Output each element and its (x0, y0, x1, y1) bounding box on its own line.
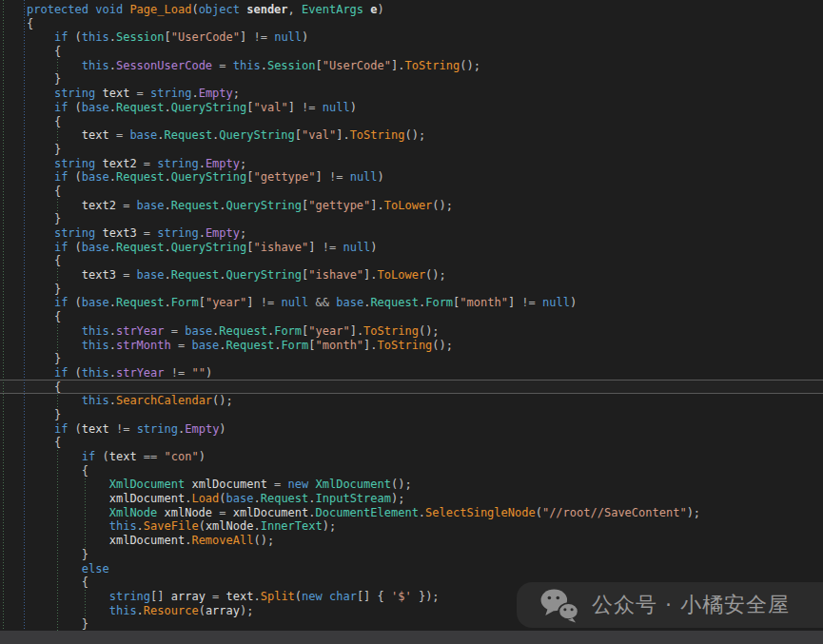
code-line[interactable]: if (this.Session["UserCode"] != null) (0, 30, 823, 45)
code-token: ToLower (384, 199, 433, 212)
code-line[interactable]: xmlDocument.Load(base.Request.InputStrea… (0, 492, 823, 506)
code-token: Split (261, 590, 295, 603)
code-token: ); (240, 604, 253, 617)
code-line[interactable]: } (0, 548, 823, 562)
code-line[interactable]: { (0, 185, 823, 199)
code-line[interactable]: { (0, 45, 823, 59)
code-token: ToLower (378, 268, 426, 282)
code-line[interactable]: if (text == "con") (0, 450, 823, 464)
code-token: [ (308, 339, 315, 352)
code-token: . (109, 296, 116, 309)
code-line[interactable]: string text2 = string.Empty; (0, 157, 823, 171)
code-token: { (54, 254, 61, 267)
code-token: ( (295, 590, 302, 603)
code-token: Request (370, 296, 419, 309)
code-line[interactable]: } (0, 408, 823, 422)
code-line[interactable]: } (0, 283, 823, 297)
code-line[interactable]: xmlDocument.RemoveAll(); (0, 534, 823, 548)
indent-whitespace (27, 101, 54, 114)
code-token: Request (165, 128, 213, 142)
code-token: [ (246, 241, 253, 254)
code-token: strYear (116, 366, 165, 380)
code-line[interactable]: protected void Page_Load(object sender, … (0, 3, 823, 17)
code-token: if (54, 101, 75, 114)
code-line[interactable]: if (base.Request.QueryString["gettype"] … (0, 170, 823, 185)
code-token: base (336, 296, 363, 309)
code-line[interactable]: if (this.strYear != "") (0, 366, 823, 381)
code-line[interactable]: { (0, 115, 823, 129)
indent-whitespace (27, 268, 82, 282)
code-token: { (54, 185, 61, 198)
code-line[interactable]: } (0, 352, 823, 366)
code-line[interactable]: text3 = base.Request.QueryString["ishave… (0, 268, 823, 283)
code-line[interactable]: if (base.Request.Form["year"] != null &&… (0, 296, 823, 310)
code-token: QueryString (171, 101, 246, 114)
code-token: ToString (350, 128, 405, 142)
code-line[interactable]: if (text != string.Empty) (0, 422, 823, 437)
code-token: ]. (363, 268, 377, 282)
code-token: (); (432, 199, 453, 212)
code-line[interactable]: XmlNode xmlNode = xmlDocument.DocumentEl… (0, 506, 823, 520)
indent-whitespace (27, 534, 109, 547)
code-line[interactable]: text = base.Request.QueryString["val"].T… (0, 128, 823, 143)
code-line[interactable]: this.strMonth = base.Request.Form["month… (0, 339, 823, 353)
code-token: ); (391, 492, 404, 505)
code-token: = (206, 590, 226, 603)
code-token: ) (350, 101, 357, 114)
code-line[interactable]: { (0, 381, 823, 395)
code-line[interactable]: XmlDocument xmlDocument = new XmlDocumen… (0, 478, 823, 492)
code-token: '$' (391, 590, 412, 603)
indent-whitespace (27, 436, 54, 449)
code-token: "UserCode" (171, 30, 240, 44)
code-line[interactable]: } (0, 72, 823, 87)
code-line[interactable]: string text = string.Empty; (0, 87, 823, 101)
code-token: . (199, 157, 206, 170)
code-line[interactable]: if (base.Request.QueryString["ishave"] !… (0, 241, 823, 255)
indent-whitespace (27, 450, 82, 463)
code-token: xmlDocument (109, 534, 185, 547)
horizontal-scrollbar[interactable] (0, 631, 823, 644)
code-token: . (253, 519, 260, 533)
code-token: ) (378, 3, 384, 16)
code-token: Load (191, 492, 219, 505)
code-token: (); (432, 339, 453, 352)
code-line[interactable]: this.strYear = base.Request.Form["year"]… (0, 324, 823, 339)
code-line[interactable]: if (base.Request.QueryString["val"] != n… (0, 101, 823, 115)
code-token: text2 (102, 157, 136, 170)
code-line[interactable]: { (0, 310, 823, 324)
code-area[interactable]: protected void Page_Load(object sender, … (0, 3, 823, 632)
indent-whitespace (27, 128, 82, 142)
code-line[interactable]: { (0, 17, 823, 31)
code-token: != (323, 241, 343, 254)
indent-whitespace (27, 59, 82, 72)
indent-whitespace (27, 185, 54, 198)
code-line[interactable]: { (0, 254, 823, 268)
code-token: Request (116, 170, 165, 184)
code-token: { (54, 436, 61, 449)
code-token: != (253, 30, 274, 44)
code-line[interactable]: text2 = base.Request.QueryString["gettyp… (0, 199, 823, 213)
code-token: base (129, 128, 157, 142)
code-line[interactable]: { (0, 436, 823, 450)
code-token: null (274, 30, 302, 44)
code-token: = (171, 339, 192, 352)
code-token: ( (75, 30, 82, 44)
code-line[interactable]: } (0, 212, 823, 226)
code-token: "gettype" (254, 170, 316, 184)
code-line[interactable]: this.SearchCalendar(); (0, 394, 823, 408)
code-line[interactable]: string text3 = string.Empty; (0, 226, 823, 241)
code-token: ( (102, 450, 108, 463)
code-line[interactable]: { (0, 464, 823, 478)
code-line[interactable]: } (0, 143, 823, 157)
indent-whitespace (27, 519, 109, 533)
code-token: ( (75, 101, 82, 114)
code-line[interactable]: else (0, 562, 823, 576)
code-token: . (109, 101, 116, 114)
code-token: == (137, 450, 165, 463)
code-line[interactable]: this.SaveFile(xmlNode.InnerText); (0, 519, 823, 534)
code-token: QueryString (171, 170, 246, 184)
code-token: text (226, 590, 254, 603)
code-token: ] (246, 296, 260, 309)
code-token: . (199, 226, 206, 240)
code-line[interactable]: this.SessonUserCode = this.Session["User… (0, 59, 823, 73)
